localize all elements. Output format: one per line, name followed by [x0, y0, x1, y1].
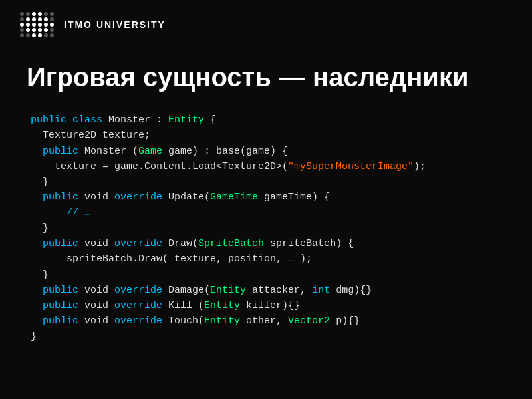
- code-line: public void override Touch(Entity other,…: [31, 313, 501, 329]
- code-line: }: [31, 174, 501, 190]
- code-line: public void override Update(GameTime gam…: [31, 190, 501, 205]
- code-line: // …: [31, 205, 501, 221]
- code-line: Texture2D texture;: [31, 128, 501, 143]
- code-line: }: [31, 267, 501, 283]
- page-title: Игровая сущность — наследники: [0, 49, 532, 112]
- code-line: public void override Damage(Entity attac…: [31, 283, 501, 298]
- header: ITMO UNIVERSITY: [0, 0, 532, 49]
- code-line: public class Monster : Entity {: [31, 112, 501, 128]
- code-block: public class Monster : Entity { Texture2…: [0, 112, 532, 344]
- code-line: }: [31, 329, 501, 344]
- code-line: texture = game.Content.Load<Texture2D>("…: [31, 159, 501, 174]
- code-line: public Monster (Game game) : base(game) …: [31, 144, 501, 159]
- code-line: spriteBatch.Draw( texture, position, … )…: [31, 251, 501, 267]
- code-line: }: [31, 221, 501, 236]
- code-line: public void override Kill (Entity killer…: [31, 298, 501, 313]
- code-line: public void override Draw(SpriteBatch sp…: [31, 236, 501, 251]
- logo-text: ITMO UNIVERSITY: [64, 19, 166, 30]
- logo-icon: [20, 12, 55, 37]
